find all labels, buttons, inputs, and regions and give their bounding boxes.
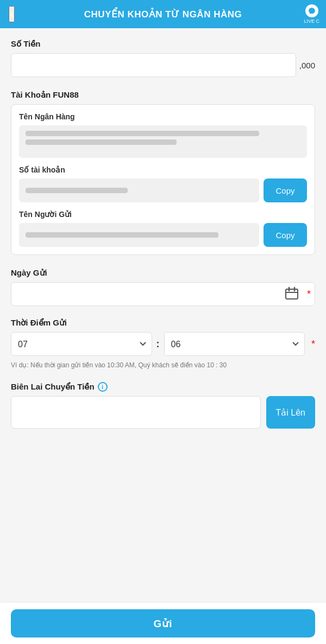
- bill-input[interactable]: [11, 396, 261, 429]
- bill-info-icon[interactable]: i: [98, 382, 108, 392]
- account-section-label: Tài Khoản FUN88: [11, 90, 315, 100]
- send-date-input[interactable]: [11, 282, 315, 306]
- time-hint: Ví dụ: Nếu thời gian gửi tiền vào 10:30 …: [11, 360, 315, 370]
- bill-row: Tải Lên: [11, 396, 315, 429]
- sender-name-row: Copy: [19, 223, 307, 247]
- form-content: Số Tiền ,000 Tài Khoản FUN88 Tên Ngân Hà…: [0, 28, 326, 483]
- amount-input[interactable]: [11, 53, 296, 77]
- account-number-blur: [26, 188, 128, 193]
- amount-row: ,000: [11, 53, 315, 77]
- send-time-row: 07 000102 030405 060809 101112 131415 16…: [11, 332, 315, 356]
- copy-sender-name-button[interactable]: Copy: [264, 223, 307, 247]
- send-time-minute-select[interactable]: 06 000102 030405 070809 101520 253035 40…: [164, 332, 305, 356]
- bank-name-label: Tên Ngân Hàng: [19, 112, 307, 121]
- bank-name-blur-1: [26, 131, 259, 136]
- send-time-required: *: [311, 339, 315, 350]
- time-colon: :: [156, 339, 160, 350]
- account-number-value: [19, 178, 259, 202]
- account-number-label: Số tài khoản: [19, 165, 307, 174]
- amount-label: Số Tiền: [11, 39, 315, 49]
- copy-account-number-button[interactable]: Copy: [264, 178, 307, 202]
- live-chat-label: LIVE C: [304, 18, 319, 24]
- bank-name-blur-2: [26, 139, 177, 145]
- bill-label: Biên Lai Chuyển Tiền: [11, 382, 95, 392]
- account-number-row: Copy: [19, 178, 307, 202]
- send-time-hour-select[interactable]: 07 000102 030405 060809 101112 131415 16…: [11, 332, 152, 356]
- live-chat-icon: [305, 4, 318, 17]
- submit-bar: Gửi: [0, 602, 326, 644]
- svg-rect-0: [286, 289, 298, 299]
- send-date-row: *: [11, 282, 315, 306]
- amount-suffix: ,000: [299, 61, 315, 70]
- calendar-icon-button[interactable]: [285, 286, 299, 302]
- page-title: CHUYỂN KHOẢN TỪ NGÂN HÀNG: [84, 9, 242, 20]
- header: ‹ CHUYỂN KHOẢN TỪ NGÂN HÀNG LIVE C: [0, 0, 326, 28]
- submit-button[interactable]: Gửi: [11, 609, 315, 637]
- sender-name-value: [19, 223, 259, 247]
- sender-name-label: Tên Người Gửi: [19, 210, 307, 219]
- send-date-label: Ngày Gửi: [11, 268, 315, 278]
- send-time-label: Thời Điểm Gửi: [11, 318, 315, 328]
- live-chat-button[interactable]: LIVE C: [304, 4, 319, 24]
- back-button[interactable]: ‹: [9, 6, 15, 22]
- upload-button[interactable]: Tải Lên: [266, 396, 315, 429]
- bank-name-value: [19, 125, 307, 158]
- send-date-required: *: [307, 289, 311, 300]
- account-box: Tên Ngân Hàng Số tài khoản Copy Tên Ngườ…: [11, 104, 315, 255]
- sender-name-blur: [26, 232, 218, 238]
